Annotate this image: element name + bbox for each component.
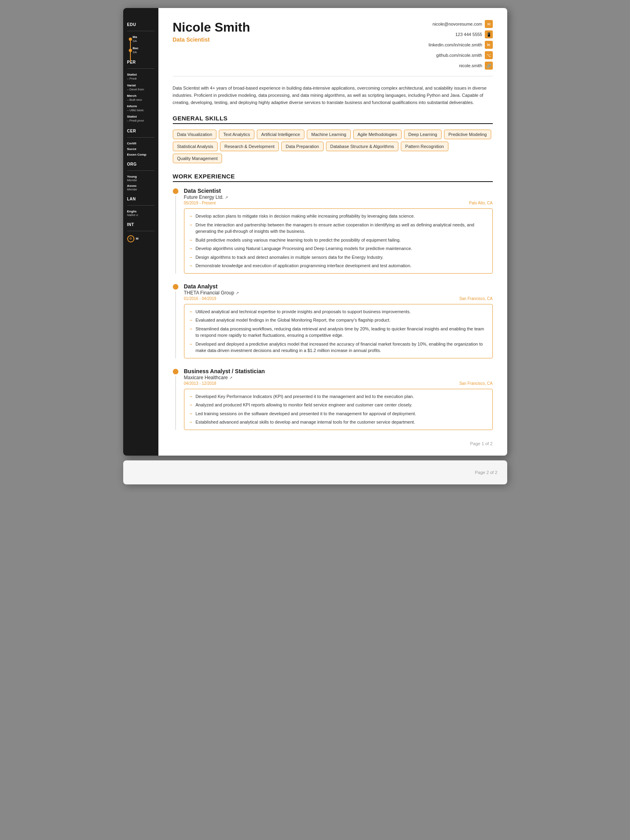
work-timeline-0 [173,188,178,274]
work-bullet-0-4: – Design algorithms to track and detect … [190,254,487,261]
sidebar-edu-title: EDU [127,22,154,27]
skill-chip-2: Artificial Intelligence [257,130,304,139]
skill-chip-8: Research & Development [220,142,279,151]
skill-chip-11: Pattern Recognition [401,142,448,151]
resume-header: Nicole Smith Data Scientist nicole@novor… [173,20,493,76]
sidebar-org-title: ORG [127,162,154,166]
per-label-2: Variat [127,84,154,87]
sidebar-per-item-4: Inform – Utiliz basic [127,104,154,112]
work-entry-1: Data Analyst THETA Financial Group ↗ 01/… [173,283,493,358]
candidate-title: Data Scientist [173,36,250,43]
skills-heading: GENERAL SKILLS [173,115,493,124]
work-date-2: 04/2013 - 12/2018 [184,381,216,386]
header-contact: nicole@novoresume.com ✉ 123 444 5555 📱 l… [429,20,493,70]
work-location-2: San Francisco, CA [459,381,492,386]
resume-page-1: EDU Ma SA Bac SA PER Statist – Predi Var… [123,8,507,456]
work-title-2: Business Analyst / Statistician [184,368,493,374]
email-text: nicole@novoresume.com [432,22,482,26]
sidebar-per-title: PER [127,60,154,64]
header-left: Nicole Smith Data Scientist [173,20,250,43]
edu-degree-2: Bac [133,46,154,50]
per-label-1: Statist [127,73,154,76]
per-label-3: Merch [127,94,154,98]
work-entry-2: Business Analyst / Statistician Maxicare… [173,368,493,430]
work-bullet-2-2: – Led training sessions on the software … [190,410,487,417]
work-line-2 [175,376,176,430]
sidebar-edu-item-1: Ma SA [127,35,154,43]
phone-icon: 📱 [485,30,493,38]
edu-degree-1: Ma [133,35,154,39]
work-location-1: San Francisco, CA [459,296,492,301]
skill-chip-6: Predictive Modeling [444,130,491,139]
resume-page-2-stub: Page 2 of 2 [123,460,507,484]
work-timeline-1 [173,283,178,358]
sidebar-cert-2: Succe [127,147,154,151]
per-sub-2: Devel from [130,88,144,91]
skill-chip-4: Agile Methodologies [353,130,402,139]
phone-text: 123 444 5555 [455,32,482,37]
work-line-1 [175,291,176,358]
work-bullet-0-5: – Demonstrate knowledge and execution of… [190,262,487,269]
per-label-4: Inform [127,104,154,108]
work-dot-0 [173,188,178,194]
work-company-2: Maxicare Healthcare ↗ [184,375,493,380]
skill-chip-1: Text Analytics [219,130,254,139]
sidebar-org-2: Assoc Membe [127,184,154,191]
linkedin-icon: in [485,41,493,49]
work-dot-1 [173,284,178,290]
work-title-1: Data Analyst [184,283,493,290]
sidebar-per-item-3: Merch – Built reco [127,94,154,102]
work-bullets-2: – Developed Key Performance Indicators (… [184,389,493,430]
cert-label-1: Certifi [127,142,154,145]
skills-container: Data Visualization Text Analytics Artifi… [173,130,493,163]
org-sub-2: Membe [127,188,154,191]
work-date-0: 05/2019 - Present [184,201,216,205]
sidebar: EDU Ma SA Bac SA PER Statist – Predi Var… [123,8,158,456]
work-body-2: Business Analyst / Statistician Maxicare… [184,368,493,430]
contact-github-row: github.com/nicole.smith ⌥ [436,51,493,59]
per-label-5: Statist [127,115,154,118]
linkedin-text: linkedin.com/in/nicole.smith [429,42,482,47]
contact-email-row: nicole@novoresume.com ✉ [432,20,492,28]
per-sub-3: Built reco [130,98,142,102]
interest-icon: ⚙ [127,235,134,242]
work-heading: WORK EXPERIENCE [173,173,493,182]
interest-label-1: M [136,237,139,240]
work-location-0: Palo Alto, CA [469,201,493,205]
work-entry-0: Data Scientist Future Energy Ltd. ↗ 05/2… [173,188,493,274]
sidebar-cert-3: Essen Comp [127,153,154,156]
work-line-0 [175,196,176,274]
work-bullet-0-1: – Drive the interaction and partnership … [190,222,487,235]
work-body-1: Data Analyst THETA Financial Group ↗ 01/… [184,283,493,358]
email-icon: ✉ [485,20,493,28]
github-text: github.com/nicole.smith [436,53,482,58]
work-date-1: 01/2016 - 04/2019 [184,296,216,301]
main-content: Nicole Smith Data Scientist nicole@novor… [158,8,507,456]
skill-chip-5: Deep Learning [404,130,442,139]
work-company-1: THETA Financial Group ↗ [184,290,493,296]
work-bullet-1-2: – Streamlined data processing workflows,… [190,326,487,339]
work-timeline-2 [173,368,178,430]
work-bullet-2-1: – Analyzed and produced KPI reports allo… [190,402,487,408]
contact-phone-row: 123 444 5555 📱 [455,30,492,38]
work-title-0: Data Scientist [184,188,493,194]
sidebar-per-item-2: Variat – Devel from [127,84,154,92]
work-bullet-2-0: – Developed Key Performance Indicators (… [190,393,487,400]
org-label-2: Assoc [127,184,154,188]
work-section: WORK EXPERIENCE Data Scientist Future En… [173,173,493,430]
sidebar-per-item-1: Statist – Predi [127,73,154,81]
org-label-1: Young [127,175,154,178]
skills-section: GENERAL SKILLS Data Visualization Text A… [173,115,493,163]
work-bullet-1-1: – Evaluated analytical model findings in… [190,317,487,324]
github-icon: ⌥ [485,51,493,59]
org-sub-1: Membe [127,178,154,182]
work-dot-2 [173,369,178,374]
contact-linkedin-row: linkedin.com/in/nicole.smith in [429,41,493,49]
website-text: nicole.smith [459,63,482,68]
work-body-0: Data Scientist Future Energy Ltd. ↗ 05/2… [184,188,493,274]
edu-school-1: SA [133,39,154,43]
sidebar-per-item-5: Statist – Predi provi [127,115,154,123]
page-number-2: Page 2 of 2 [475,470,497,475]
cert-label-3: Essen Comp [127,153,154,156]
work-bullet-2-3: – Established advanced analytical skills… [190,419,487,426]
